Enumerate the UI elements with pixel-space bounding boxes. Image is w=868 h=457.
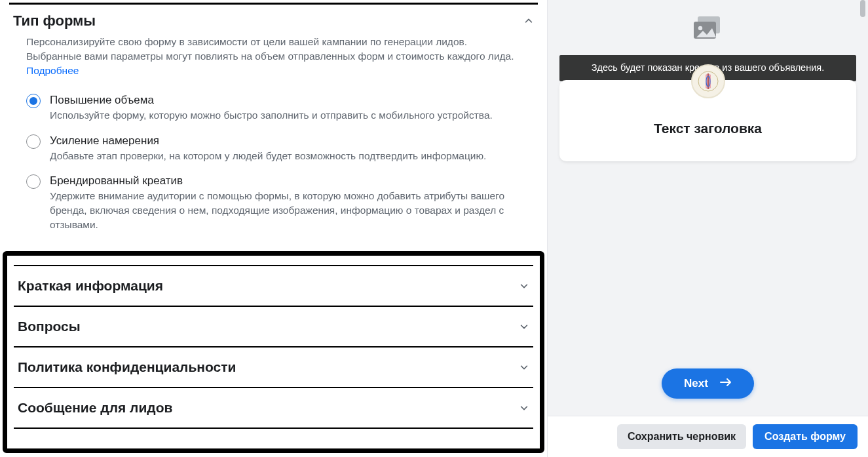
footer-bar: Сохранить черновик Создать форму	[548, 416, 868, 457]
option-label: Усиление намерения	[50, 133, 486, 148]
section-brief-info[interactable]: Краткая информация	[14, 265, 533, 306]
svg-point-2	[698, 26, 702, 30]
arrow-right-icon	[720, 377, 732, 390]
learn-more-link[interactable]: Подробнее	[26, 65, 79, 76]
option-higher-intent[interactable]: Усиление намерения Добавьте этап проверк…	[26, 127, 521, 167]
form-type-header[interactable]: Тип формы	[0, 5, 547, 35]
preview-area: Здесь будет показан креатив из вашего об…	[559, 0, 856, 410]
chevron-down-icon	[519, 281, 529, 291]
highlighted-sections: Краткая информация Вопросы Политика конф…	[3, 251, 544, 453]
section-title: Краткая информация	[18, 278, 163, 294]
right-panel: Здесь будет показан креатив из вашего об…	[547, 0, 868, 457]
form-type-title: Тип формы	[13, 12, 96, 30]
section-title: Сообщение для лидов	[18, 400, 172, 416]
section-privacy-policy[interactable]: Политика конфиденциальности	[14, 346, 533, 387]
next-button-wrap: Next	[559, 368, 856, 410]
chevron-up-icon	[523, 16, 534, 26]
section-title: Вопросы	[18, 319, 81, 334]
option-higher-volume[interactable]: Повышение объема Используйте форму, кото…	[26, 86, 521, 127]
next-button[interactable]: Next	[662, 368, 754, 399]
images-icon	[692, 15, 724, 44]
radio-icon[interactable]	[26, 174, 41, 189]
create-form-button[interactable]: Создать форму	[753, 424, 858, 449]
form-type-description: Персонализируйте свою форму в зависимост…	[0, 35, 547, 81]
avatar-wrap	[559, 64, 856, 98]
scrollbar[interactable]	[856, 0, 867, 457]
radio-icon[interactable]	[26, 134, 41, 149]
option-label: Повышение объема	[50, 92, 493, 107]
chevron-down-icon	[519, 321, 529, 332]
form-type-desc-text: Персонализируйте свою форму в зависимост…	[26, 36, 514, 62]
creative-placeholder	[559, 4, 856, 55]
option-branded-creative[interactable]: Брендированный креатив Удержите внимание…	[26, 167, 521, 235]
left-panel: Тип формы Персонализируйте свою форму в …	[0, 0, 547, 457]
option-sub: Добавьте этап проверки, на котором у люд…	[50, 149, 486, 163]
radio-icon[interactable]	[26, 94, 41, 108]
preview-headline: Текст заголовка	[566, 121, 850, 136]
section-questions[interactable]: Вопросы	[14, 306, 533, 346]
scrollbar-thumb[interactable]	[860, 0, 865, 17]
chevron-down-icon	[519, 362, 529, 372]
option-sub: Удержите внимание аудитории с помощью фо…	[50, 189, 521, 231]
section-lead-message[interactable]: Сообщение для лидов	[14, 387, 533, 429]
form-type-options: Повышение объема Используйте форму, кото…	[0, 81, 547, 247]
option-sub: Используйте форму, которую можно быстро …	[50, 108, 493, 123]
next-button-label: Next	[684, 377, 708, 390]
chevron-down-icon	[519, 403, 529, 413]
avatar	[691, 64, 725, 98]
option-label: Брендированный креатив	[50, 173, 521, 188]
section-title: Политика конфиденциальности	[18, 359, 236, 375]
save-draft-button[interactable]: Сохранить черновик	[617, 424, 746, 449]
